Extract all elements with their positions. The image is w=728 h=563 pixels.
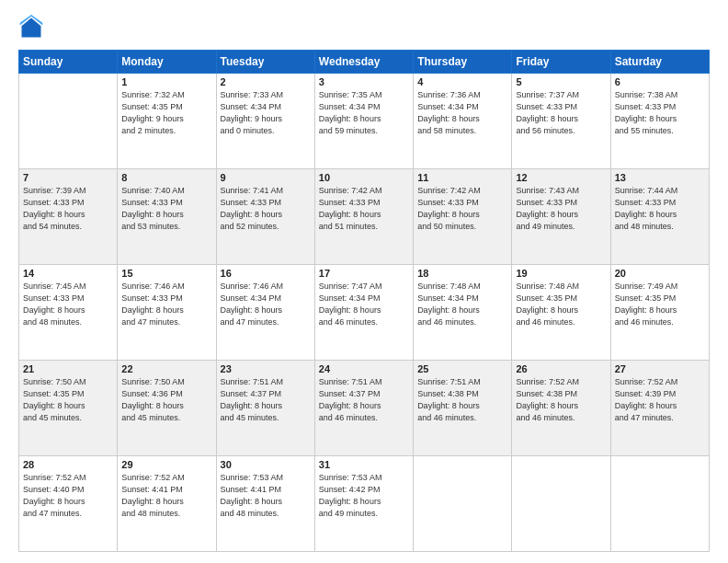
day-info: Sunrise: 7:48 AM Sunset: 4:35 PM Dayligh… — [516, 281, 606, 328]
day-info: Sunrise: 7:32 AM Sunset: 4:35 PM Dayligh… — [121, 89, 211, 137]
day-number: 23 — [221, 363, 311, 374]
day-number: 16 — [221, 268, 311, 279]
calendar-week-row: 7Sunrise: 7:39 AM Sunset: 4:33 PM Daylig… — [19, 169, 710, 265]
calendar-cell: 29Sunrise: 7:52 AM Sunset: 4:41 PM Dayli… — [118, 456, 216, 552]
page: SundayMondayTuesdayWednesdayThursdayFrid… — [0, 0, 728, 563]
calendar-cell: 8Sunrise: 7:40 AM Sunset: 4:33 PM Daylig… — [118, 169, 216, 265]
day-number: 20 — [615, 268, 705, 279]
day-number: 24 — [319, 363, 409, 374]
calendar-cell: 15Sunrise: 7:46 AM Sunset: 4:33 PM Dayli… — [118, 265, 216, 361]
day-number: 2 — [221, 76, 311, 87]
calendar-cell: 3Sunrise: 7:35 AM Sunset: 4:34 PM Daylig… — [314, 74, 413, 169]
day-number: 1 — [121, 76, 211, 87]
day-number: 11 — [417, 172, 507, 183]
header — [18, 15, 710, 40]
day-info: Sunrise: 7:53 AM Sunset: 4:41 PM Dayligh… — [221, 472, 311, 520]
calendar-cell: 27Sunrise: 7:52 AM Sunset: 4:39 PM Dayli… — [610, 361, 709, 456]
calendar-cell — [19, 74, 118, 169]
day-info: Sunrise: 7:50 AM Sunset: 4:36 PM Dayligh… — [121, 376, 211, 424]
day-info: Sunrise: 7:52 AM Sunset: 4:38 PM Dayligh… — [516, 376, 606, 424]
calendar-col-header: Thursday — [414, 51, 512, 74]
calendar-week-row: 14Sunrise: 7:45 AM Sunset: 4:33 PM Dayli… — [19, 265, 710, 361]
calendar-col-header: Monday — [118, 51, 216, 74]
day-number: 28 — [23, 459, 113, 470]
day-info: Sunrise: 7:38 AM Sunset: 4:33 PM Dayligh… — [615, 89, 705, 137]
calendar-cell: 10Sunrise: 7:42 AM Sunset: 4:33 PM Dayli… — [314, 169, 413, 265]
calendar-cell: 4Sunrise: 7:36 AM Sunset: 4:34 PM Daylig… — [414, 74, 512, 169]
day-info: Sunrise: 7:41 AM Sunset: 4:33 PM Dayligh… — [221, 185, 311, 233]
day-info: Sunrise: 7:39 AM Sunset: 4:33 PM Dayligh… — [23, 185, 113, 233]
day-number: 26 — [516, 363, 606, 374]
calendar-col-header: Saturday — [610, 51, 709, 74]
day-info: Sunrise: 7:52 AM Sunset: 4:41 PM Dayligh… — [121, 472, 211, 520]
logo-icon — [18, 15, 44, 40]
day-info: Sunrise: 7:43 AM Sunset: 4:33 PM Dayligh… — [516, 185, 606, 233]
day-number: 14 — [23, 268, 113, 279]
calendar-cell — [512, 456, 610, 552]
calendar-cell: 31Sunrise: 7:53 AM Sunset: 4:42 PM Dayli… — [314, 456, 413, 552]
day-info: Sunrise: 7:47 AM Sunset: 4:34 PM Dayligh… — [319, 281, 409, 328]
day-info: Sunrise: 7:51 AM Sunset: 4:37 PM Dayligh… — [221, 376, 311, 424]
day-number: 17 — [319, 268, 409, 279]
calendar-cell: 2Sunrise: 7:33 AM Sunset: 4:34 PM Daylig… — [216, 74, 314, 169]
calendar-cell: 18Sunrise: 7:48 AM Sunset: 4:34 PM Dayli… — [414, 265, 512, 361]
day-number: 29 — [121, 459, 211, 470]
calendar-cell: 7Sunrise: 7:39 AM Sunset: 4:33 PM Daylig… — [19, 169, 118, 265]
day-info: Sunrise: 7:42 AM Sunset: 4:33 PM Dayligh… — [417, 185, 507, 233]
day-info: Sunrise: 7:50 AM Sunset: 4:35 PM Dayligh… — [23, 376, 113, 424]
calendar-cell: 13Sunrise: 7:44 AM Sunset: 4:33 PM Dayli… — [610, 169, 709, 265]
calendar-week-row: 21Sunrise: 7:50 AM Sunset: 4:35 PM Dayli… — [19, 361, 710, 456]
calendar-header-row: SundayMondayTuesdayWednesdayThursdayFrid… — [19, 51, 710, 74]
day-number: 22 — [121, 363, 211, 374]
day-number: 21 — [23, 363, 113, 374]
day-number: 12 — [516, 172, 606, 183]
day-number: 10 — [319, 172, 409, 183]
day-info: Sunrise: 7:40 AM Sunset: 4:33 PM Dayligh… — [121, 185, 211, 233]
calendar-col-header: Tuesday — [216, 51, 314, 74]
day-info: Sunrise: 7:36 AM Sunset: 4:34 PM Dayligh… — [417, 89, 507, 137]
calendar-cell: 24Sunrise: 7:51 AM Sunset: 4:37 PM Dayli… — [314, 361, 413, 456]
calendar-cell: 12Sunrise: 7:43 AM Sunset: 4:33 PM Dayli… — [512, 169, 610, 265]
calendar-cell — [610, 456, 709, 552]
calendar-cell: 14Sunrise: 7:45 AM Sunset: 4:33 PM Dayli… — [19, 265, 118, 361]
day-info: Sunrise: 7:53 AM Sunset: 4:42 PM Dayligh… — [319, 472, 409, 520]
calendar-cell: 22Sunrise: 7:50 AM Sunset: 4:36 PM Dayli… — [118, 361, 216, 456]
day-number: 5 — [516, 76, 606, 87]
day-number: 6 — [615, 76, 705, 87]
day-info: Sunrise: 7:35 AM Sunset: 4:34 PM Dayligh… — [319, 89, 409, 137]
calendar-cell: 19Sunrise: 7:48 AM Sunset: 4:35 PM Dayli… — [512, 265, 610, 361]
day-number: 7 — [23, 172, 113, 183]
calendar-cell: 17Sunrise: 7:47 AM Sunset: 4:34 PM Dayli… — [314, 265, 413, 361]
day-info: Sunrise: 7:44 AM Sunset: 4:33 PM Dayligh… — [615, 185, 705, 233]
day-info: Sunrise: 7:45 AM Sunset: 4:33 PM Dayligh… — [23, 281, 113, 328]
day-number: 25 — [417, 363, 507, 374]
day-info: Sunrise: 7:52 AM Sunset: 4:40 PM Dayligh… — [23, 472, 113, 520]
day-info: Sunrise: 7:49 AM Sunset: 4:35 PM Dayligh… — [615, 281, 705, 328]
day-number: 15 — [121, 268, 211, 279]
day-info: Sunrise: 7:37 AM Sunset: 4:33 PM Dayligh… — [516, 89, 606, 137]
calendar-cell — [414, 456, 512, 552]
calendar-week-row: 1Sunrise: 7:32 AM Sunset: 4:35 PM Daylig… — [19, 74, 710, 169]
calendar-col-header: Wednesday — [314, 51, 413, 74]
day-number: 27 — [615, 363, 705, 374]
day-number: 18 — [417, 268, 507, 279]
calendar-cell: 23Sunrise: 7:51 AM Sunset: 4:37 PM Dayli… — [216, 361, 314, 456]
day-number: 9 — [221, 172, 311, 183]
logo — [18, 15, 48, 40]
calendar-cell: 1Sunrise: 7:32 AM Sunset: 4:35 PM Daylig… — [118, 74, 216, 169]
calendar-cell: 9Sunrise: 7:41 AM Sunset: 4:33 PM Daylig… — [216, 169, 314, 265]
day-info: Sunrise: 7:42 AM Sunset: 4:33 PM Dayligh… — [319, 185, 409, 233]
day-info: Sunrise: 7:46 AM Sunset: 4:34 PM Dayligh… — [221, 281, 311, 328]
day-info: Sunrise: 7:51 AM Sunset: 4:38 PM Dayligh… — [417, 376, 507, 424]
calendar-cell: 11Sunrise: 7:42 AM Sunset: 4:33 PM Dayli… — [414, 169, 512, 265]
day-number: 13 — [615, 172, 705, 183]
calendar-col-header: Sunday — [19, 51, 118, 74]
day-info: Sunrise: 7:46 AM Sunset: 4:33 PM Dayligh… — [121, 281, 211, 328]
day-number: 31 — [319, 459, 409, 470]
calendar-cell: 30Sunrise: 7:53 AM Sunset: 4:41 PM Dayli… — [216, 456, 314, 552]
calendar-cell: 26Sunrise: 7:52 AM Sunset: 4:38 PM Dayli… — [512, 361, 610, 456]
calendar-cell: 25Sunrise: 7:51 AM Sunset: 4:38 PM Dayli… — [414, 361, 512, 456]
calendar-table: SundayMondayTuesdayWednesdayThursdayFrid… — [18, 50, 710, 552]
day-number: 30 — [221, 459, 311, 470]
day-number: 8 — [121, 172, 211, 183]
